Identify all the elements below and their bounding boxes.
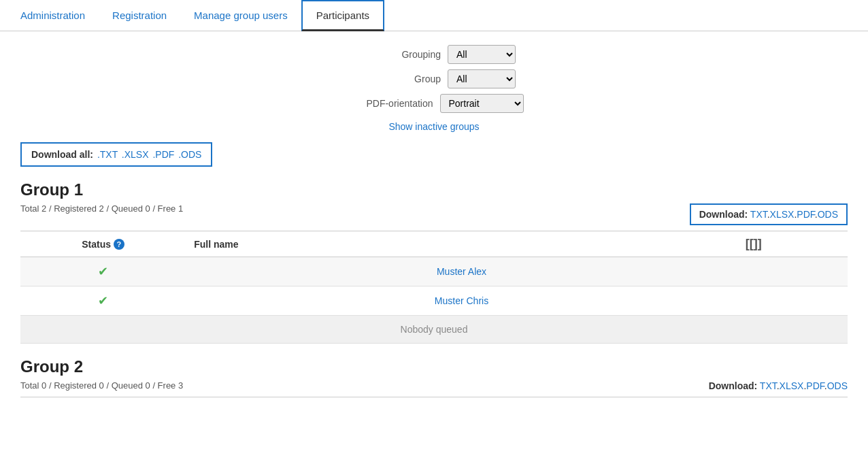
pdf-select[interactable]: Portrait Landscape — [440, 94, 524, 113]
pdf-label: PDF-orientation — [345, 98, 433, 109]
participant-link-1[interactable]: Muster Alex — [437, 266, 486, 277]
table-row: ✔ Muster Chris — [20, 286, 848, 316]
check-icon-1: ✔ — [98, 265, 108, 278]
fullname-cell-2: Muster Chris — [186, 286, 737, 316]
group1-stats: Total 2 / Registered 2 / Queued 0 / Free… — [20, 203, 183, 214]
grouping-label: Grouping — [352, 49, 441, 60]
action-cell-1 — [737, 257, 848, 286]
pdf-row: PDF-orientation Portrait Landscape — [345, 94, 524, 113]
group1-download-label: Download: — [699, 209, 748, 220]
group1-section: Group 1 Total 2 / Registered 2 / Queued … — [20, 180, 848, 344]
grouping-select[interactable]: All — [448, 45, 516, 64]
nav-item-participants[interactable]: Participants — [301, 0, 384, 31]
group2-download-label: Download: — [709, 380, 758, 391]
group2-download-ods[interactable]: ODS — [827, 380, 848, 391]
group2-download-area: Download: TXT.XLSX.PDF.ODS — [709, 380, 848, 391]
status-help-icon[interactable]: ? — [114, 239, 124, 250]
group1-download-xlsx[interactable]: XLSX — [770, 209, 795, 220]
table-row: ✔ Muster Alex — [20, 257, 848, 286]
group1-download-txt[interactable]: TXT — [750, 209, 767, 220]
nav-item-administration[interactable]: Administration — [7, 0, 99, 31]
group1-download-box: Download: TXT.XLSX.PDF.ODS — [690, 203, 848, 225]
group-row: Group All — [352, 69, 516, 88]
action-cell-2 — [737, 286, 848, 316]
group2-download-xlsx[interactable]: XLSX — [780, 380, 804, 391]
group2-stats: Total 0 / Registered 0 / Queued 0 / Free… — [20, 380, 183, 391]
col-header-fullname: Full name — [186, 231, 737, 257]
nav-bar: Administration Registration Manage group… — [0, 0, 868, 31]
filter-form: Grouping All Group All PDF-orientation P… — [20, 45, 848, 132]
download-txt-link[interactable]: .TXT — [97, 149, 118, 160]
nobody-queued-cell: Nobody queued — [20, 316, 848, 344]
status-cell-1: ✔ — [20, 257, 186, 286]
download-all-box: Download all: .TXT .XLSX .PDF .ODS — [20, 142, 212, 167]
col-header-status: Status ? — [20, 231, 186, 257]
col-header-action: [[]] — [737, 231, 848, 257]
bracket-icon: [[]] — [746, 237, 762, 250]
participant-link-2[interactable]: Muster Chris — [435, 295, 488, 306]
group1-download-ods[interactable]: ODS — [818, 209, 838, 220]
group2-section: Group 2 Total 0 / Registered 0 / Queued … — [20, 357, 848, 397]
status-cell-2: ✔ — [20, 286, 186, 316]
nav-item-manage-group-users[interactable]: Manage group users — [180, 0, 301, 31]
group-label: Group — [352, 73, 441, 84]
group2-heading: Group 2 — [20, 357, 848, 376]
download-ods-link[interactable]: .ODS — [178, 149, 201, 160]
download-all-label: Download all: — [31, 149, 93, 160]
download-pdf-link[interactable]: .PDF — [152, 149, 174, 160]
main-content: Grouping All Group All PDF-orientation P… — [0, 31, 868, 411]
group1-download-pdf[interactable]: PDF — [797, 209, 814, 220]
nobody-queued-row: Nobody queued — [20, 316, 848, 344]
group1-table: Status ? Full name [[]] ✔ Mus — [20, 231, 848, 344]
grouping-row: Grouping All — [352, 45, 516, 64]
nav-item-registration[interactable]: Registration — [99, 0, 180, 31]
show-inactive-link[interactable]: Show inactive groups — [388, 121, 479, 132]
download-xlsx-link[interactable]: .XLSX — [122, 149, 149, 160]
group2-header-row: Total 0 / Registered 0 / Queued 0 / Free… — [20, 380, 848, 397]
group1-header-row: Total 2 / Registered 2 / Queued 0 / Free… — [20, 203, 848, 231]
group-select[interactable]: All — [448, 69, 516, 88]
group1-heading: Group 1 — [20, 180, 848, 199]
group2-download-txt[interactable]: TXT — [760, 380, 777, 391]
group2-download-pdf[interactable]: PDF — [806, 380, 824, 391]
fullname-cell-1: Muster Alex — [186, 257, 737, 286]
check-icon-2: ✔ — [98, 294, 108, 308]
